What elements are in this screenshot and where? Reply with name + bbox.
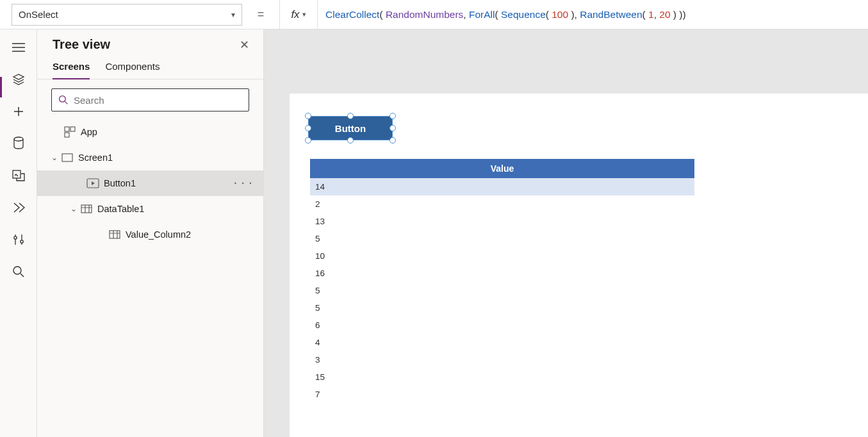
search-icon[interactable] xyxy=(11,264,26,279)
table-row[interactable]: 2 xyxy=(310,195,694,213)
search-box[interactable] xyxy=(51,88,249,111)
hamburger-icon[interactable] xyxy=(11,40,26,55)
formula-token: 100 xyxy=(552,9,568,21)
formula-token: ( xyxy=(546,9,552,21)
tree-item-label: Screen1 xyxy=(78,153,113,163)
button-icon xyxy=(86,178,100,188)
tree-item-datatable1[interactable]: ⌄DataTable1 xyxy=(37,196,263,222)
search-icon xyxy=(58,95,69,105)
screen-icon xyxy=(60,153,74,162)
svg-rect-11 xyxy=(81,205,92,213)
svg-rect-8 xyxy=(65,133,69,137)
svg-point-0 xyxy=(14,137,23,141)
formula-token: ) )) xyxy=(671,9,686,21)
fx-button[interactable]: fx ▾ xyxy=(279,0,318,29)
tree-item-app[interactable]: App xyxy=(37,119,263,145)
chevron-down-icon: ▾ xyxy=(302,10,306,19)
resize-handle[interactable] xyxy=(389,113,396,119)
table-row[interactable]: 6 xyxy=(310,317,694,334)
tab-components[interactable]: Components xyxy=(105,57,160,79)
data-icon[interactable] xyxy=(11,136,26,151)
tree-view-title: Tree view xyxy=(53,37,110,52)
property-dropdown[interactable]: OnSelect ▾ xyxy=(12,4,242,26)
tree-tabs: Screens Components xyxy=(37,57,263,79)
table-row[interactable]: 5 xyxy=(310,230,694,247)
formula-token: ), xyxy=(568,9,580,21)
datatable-body: 142135101655643157 xyxy=(310,178,694,403)
table-row[interactable]: 10 xyxy=(310,247,694,265)
svg-rect-9 xyxy=(62,154,72,161)
selected-control-button[interactable]: Button xyxy=(309,117,392,140)
table-row[interactable]: 14 xyxy=(310,178,694,195)
svg-point-2 xyxy=(13,236,16,239)
canvas-datatable[interactable]: Value 142135101655643157 xyxy=(310,159,694,403)
canvas-area: Button Value 142135101655643157 xyxy=(264,29,868,437)
search-input[interactable] xyxy=(74,95,242,106)
property-dropdown-value: OnSelect xyxy=(19,9,58,20)
chevron-down-icon: ▾ xyxy=(231,10,235,19)
tree-item-screen1[interactable]: ⌄Screen1 xyxy=(37,145,263,170)
more-icon[interactable]: · · · xyxy=(234,178,253,188)
formula-token: ClearCollect xyxy=(325,9,379,21)
table-row[interactable]: 16 xyxy=(310,265,694,282)
media-icon[interactable] xyxy=(11,168,26,183)
insert-icon[interactable] xyxy=(11,104,26,119)
resize-handle[interactable] xyxy=(305,125,311,131)
settings-sliders-icon[interactable] xyxy=(11,232,26,247)
tree-item-value_column2[interactable]: Value_Column2 xyxy=(37,222,263,247)
rail-selection-indicator xyxy=(0,77,2,97)
formula-token: RandomNumbers xyxy=(386,9,463,21)
formula-token: 1 xyxy=(648,9,654,21)
formula-bar: OnSelect ▾ = fx ▾ ClearCollect( RandomNu… xyxy=(0,0,868,29)
table-row[interactable]: 3 xyxy=(310,351,694,368)
table-row[interactable]: 4 xyxy=(310,334,694,351)
formula-token: 20 xyxy=(659,9,670,21)
formula-token: , xyxy=(654,9,660,21)
chevron-down-icon[interactable]: ⌄ xyxy=(49,153,60,162)
svg-rect-1 xyxy=(13,170,20,178)
svg-rect-12 xyxy=(110,231,120,238)
tree-view-icon[interactable] xyxy=(11,72,26,87)
tree-item-label: App xyxy=(81,127,97,137)
resize-handle[interactable] xyxy=(389,137,396,144)
close-icon[interactable]: ✕ xyxy=(240,38,249,52)
table-row[interactable]: 7 xyxy=(310,386,694,403)
resize-handle[interactable] xyxy=(347,113,354,119)
formula-token: RandBetween xyxy=(580,9,642,21)
formula-token: ( xyxy=(379,9,385,21)
formula-token: ForAll xyxy=(469,9,495,21)
tab-screens[interactable]: Screens xyxy=(53,57,90,79)
resize-handle[interactable] xyxy=(347,137,354,144)
power-automate-icon[interactable] xyxy=(11,200,26,215)
formula-input[interactable]: ClearCollect( RandomNumbers, ForAll( Seq… xyxy=(318,0,868,29)
formula-token: Sequence xyxy=(501,9,546,21)
svg-point-4 xyxy=(13,267,21,274)
canvas-screen[interactable]: Button Value 142135101655643157 xyxy=(290,94,868,437)
table-row[interactable]: 5 xyxy=(310,299,694,317)
resize-handle[interactable] xyxy=(389,125,396,131)
tree-list: App⌄Screen1Button1· · ·⌄DataTable1Value_… xyxy=(37,118,263,247)
table-row[interactable]: 15 xyxy=(310,368,694,386)
app-icon xyxy=(63,126,77,138)
canvas-button[interactable]: Button xyxy=(309,117,392,140)
left-rail xyxy=(0,29,37,437)
table-icon xyxy=(79,204,94,213)
table-row[interactable]: 13 xyxy=(310,213,694,230)
chevron-down-icon[interactable]: ⌄ xyxy=(68,204,79,213)
formula-token: , xyxy=(463,9,469,21)
tree-item-label: Button1 xyxy=(104,178,136,188)
tree-view-panel: Tree view ✕ Screens Components App⌄Scree… xyxy=(37,29,264,437)
canvas-button-label: Button xyxy=(335,123,366,134)
svg-point-5 xyxy=(60,96,66,103)
resize-handle[interactable] xyxy=(305,113,311,119)
table-row[interactable]: 5 xyxy=(310,282,694,299)
formula-token: ( xyxy=(495,9,500,21)
tree-item-label: Value_Column2 xyxy=(126,229,191,240)
resize-handle[interactable] xyxy=(305,137,311,144)
datatable-header[interactable]: Value xyxy=(310,159,694,178)
tree-item-label: DataTable1 xyxy=(97,204,144,214)
tree-item-button1[interactable]: Button1· · · xyxy=(37,170,263,196)
fx-label: fx xyxy=(291,8,299,21)
column-icon xyxy=(108,230,122,239)
formula-token: ( xyxy=(643,9,648,21)
